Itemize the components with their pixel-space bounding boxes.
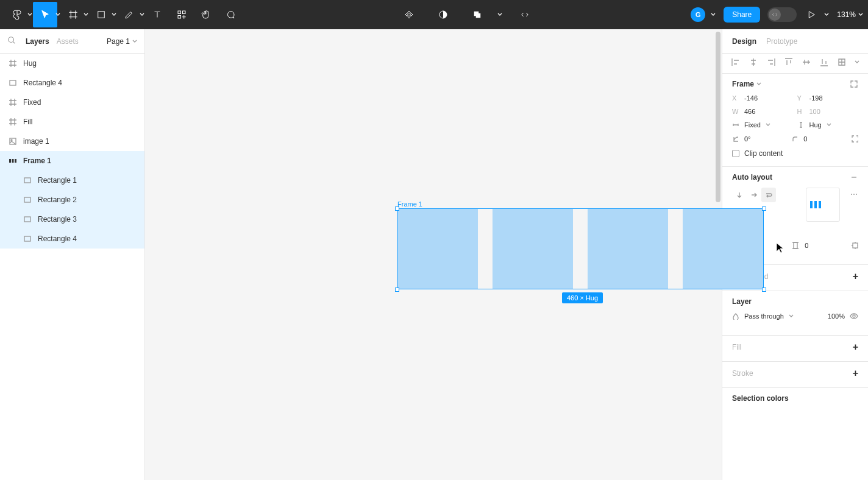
- shape-tool-button[interactable]: [89, 2, 113, 27]
- svg-rect-17: [24, 236, 30, 241]
- mask-icon[interactable]: [431, 2, 455, 27]
- vert-mode[interactable]: Hug: [809, 121, 822, 129]
- layer-row[interactable]: Rectangle 4: [0, 229, 144, 249]
- x-input[interactable]: -146: [744, 94, 758, 102]
- dev-mode-toggle[interactable]: [767, 7, 797, 22]
- layer-row[interactable]: Fixed: [0, 93, 144, 112]
- rect-icon: [9, 79, 17, 87]
- figma-menu-button[interactable]: [5, 2, 29, 27]
- align-vcenter-icon[interactable]: [802, 57, 811, 67]
- padding-v-input[interactable]: 0: [805, 242, 808, 249]
- eye-icon[interactable]: [850, 312, 858, 320]
- align-bottom-icon[interactable]: [819, 57, 828, 67]
- minus-icon[interactable]: [850, 173, 858, 182]
- layer-row[interactable]: Rectangle 1: [0, 171, 144, 190]
- layer-row[interactable]: Fill: [0, 112, 144, 132]
- pen-tool-button[interactable]: [117, 2, 141, 27]
- canvas[interactable]: Frame 1 460 × Hug: [145, 29, 722, 480]
- clip-content-row[interactable]: Clip content: [732, 149, 858, 158]
- layer-row[interactable]: image 1: [0, 132, 144, 151]
- tab-assets[interactable]: Assets: [57, 37, 79, 46]
- comment-tool-button[interactable]: [218, 2, 243, 27]
- individual-corners-icon[interactable]: [851, 135, 858, 143]
- fill-label[interactable]: Fill: [732, 343, 741, 351]
- move-tool-chevron[interactable]: [55, 12, 61, 17]
- individual-padding-icon[interactable]: [851, 241, 858, 250]
- direction-vertical[interactable]: [732, 188, 747, 202]
- text-tool-button[interactable]: [145, 2, 169, 27]
- add-fill-icon[interactable]: +: [853, 342, 858, 353]
- clip-checkbox[interactable]: [732, 150, 739, 157]
- layer-row[interactable]: Rectangle 3: [0, 210, 144, 229]
- dev-ready-icon[interactable]: [513, 2, 537, 27]
- autolayout-title-row: Auto layout: [732, 173, 858, 182]
- opacity-input[interactable]: 100%: [828, 312, 845, 320]
- selection-colors-section: Selection colors: [722, 388, 868, 411]
- align-hcenter-icon[interactable]: [749, 57, 758, 67]
- canvas-rect-2[interactable]: [493, 209, 573, 289]
- layer-row[interactable]: Rectangle 2: [0, 190, 144, 210]
- layer-name: Hug: [23, 59, 37, 68]
- resize-to-fit-icon[interactable]: [850, 80, 858, 88]
- present-chevron[interactable]: [824, 12, 830, 17]
- layer-row[interactable]: Hug: [0, 54, 144, 73]
- y-input[interactable]: -198: [809, 94, 823, 102]
- align-top-icon[interactable]: [784, 57, 793, 67]
- tab-layers[interactable]: Layers: [26, 37, 49, 46]
- add-stroke-icon[interactable]: +: [853, 368, 858, 379]
- horiz-mode[interactable]: Fixed: [744, 121, 761, 129]
- chevron-down-icon[interactable]: [827, 122, 831, 127]
- w-input[interactable]: 466: [744, 108, 755, 115]
- tab-prototype[interactable]: Prototype: [766, 37, 797, 46]
- direction-wrap[interactable]: [761, 188, 776, 202]
- share-button[interactable]: Share: [724, 7, 760, 23]
- canvas-frame-label[interactable]: Frame 1: [397, 200, 422, 208]
- canvas-scrollbar[interactable]: [716, 32, 720, 202]
- chevron-down-icon[interactable]: [756, 82, 761, 86]
- align-left-icon[interactable]: [731, 57, 740, 67]
- direction-horizontal[interactable]: [747, 188, 761, 202]
- layer-row[interactable]: Frame 1: [0, 151, 144, 171]
- avatar-chevron[interactable]: [710, 12, 716, 17]
- canvas-rect-4[interactable]: [683, 209, 763, 289]
- chevron-down-icon[interactable]: [766, 122, 770, 127]
- boolean-icon[interactable]: [465, 2, 489, 27]
- alignment-grid[interactable]: [806, 188, 840, 222]
- search-icon[interactable]: [7, 36, 16, 46]
- page-selector[interactable]: Page 1: [107, 37, 137, 46]
- autolayout-icon: [9, 157, 17, 165]
- resources-button[interactable]: [169, 2, 194, 27]
- tidy-icon[interactable]: [837, 57, 846, 67]
- selection-handle-se[interactable]: [762, 288, 766, 292]
- pen-tool-chevron[interactable]: [139, 12, 145, 17]
- hand-tool-button[interactable]: [194, 2, 218, 27]
- canvas-rect-1[interactable]: [397, 209, 478, 289]
- tab-design[interactable]: Design: [732, 37, 756, 46]
- present-button[interactable]: [804, 2, 819, 27]
- h-input[interactable]: 100: [809, 108, 820, 115]
- add-layout-grid-icon[interactable]: +: [853, 271, 858, 282]
- align-right-icon[interactable]: [766, 57, 775, 67]
- blend-mode[interactable]: Pass through: [744, 312, 784, 320]
- user-avatar[interactable]: G: [691, 7, 705, 22]
- boolean-chevron[interactable]: [497, 12, 503, 17]
- chevron-down-icon[interactable]: [789, 314, 794, 319]
- figma-menu-chevron[interactable]: [27, 12, 33, 17]
- component-icon[interactable]: [397, 2, 421, 27]
- selection-handle-sw[interactable]: [395, 288, 399, 292]
- stroke-label[interactable]: Stroke: [732, 369, 753, 378]
- canvas-rect-3[interactable]: [588, 209, 668, 289]
- tidy-chevron-icon[interactable]: [855, 57, 859, 67]
- frame-tool-chevron[interactable]: [83, 12, 89, 17]
- selection-handle-ne[interactable]: [762, 206, 766, 211]
- rotation-input[interactable]: 0°: [744, 135, 751, 143]
- shape-tool-chevron[interactable]: [111, 12, 117, 17]
- move-tool-button[interactable]: [33, 2, 57, 27]
- canvas-frame[interactable]: [397, 208, 764, 289]
- selection-handle-nw[interactable]: [395, 206, 399, 211]
- autolayout-more-icon[interactable]: [850, 190, 858, 199]
- zoom-control[interactable]: 131%: [837, 10, 863, 19]
- frame-tool-button[interactable]: [61, 2, 85, 27]
- layer-row[interactable]: Rectangle 4: [0, 73, 144, 93]
- radius-input[interactable]: 0: [803, 135, 807, 143]
